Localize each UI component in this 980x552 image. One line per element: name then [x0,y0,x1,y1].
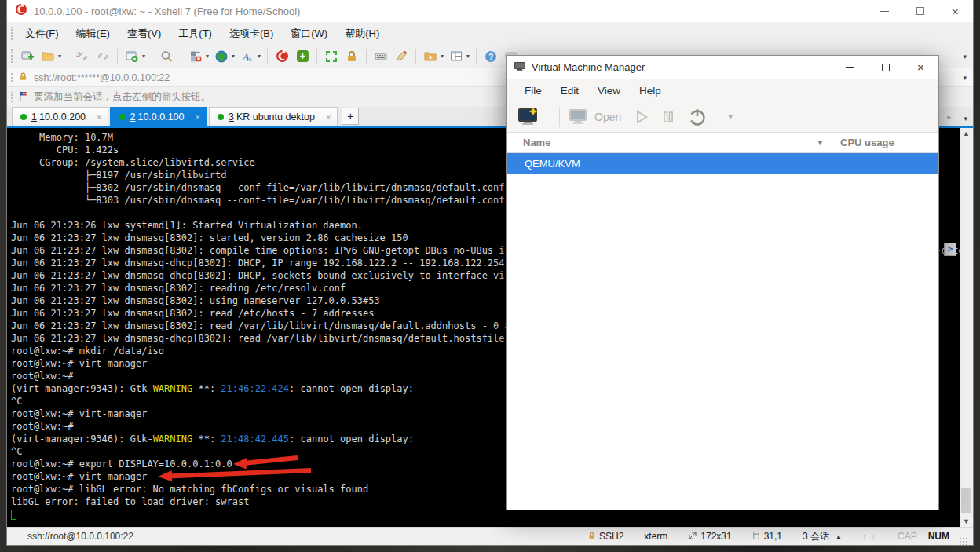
tab-number: 3 [229,111,234,122]
toolbar-separator [68,49,68,64]
shutdown-vm-icon [687,107,708,127]
scroll-bottom-icon[interactable]: ↓ [871,532,877,541]
toolbar-separator [476,49,477,64]
find-icon[interactable] [157,48,176,65]
window-title: 10.0.0.100 - root@lxw: ~ - Xshell 7 (Fre… [34,5,867,17]
encoding-globe-icon[interactable] [212,48,231,65]
xshell-app-icon[interactable] [272,48,291,65]
layout-icon[interactable] [447,48,466,65]
menu-tools[interactable]: 工具(T) [171,24,219,44]
vm-list-header: Name ▼ CPU usage [507,133,938,153]
session-properties-icon[interactable] [122,48,141,65]
lock-icon[interactable] [342,48,361,65]
resize-grip[interactable] [959,537,967,545]
new-folder-icon[interactable] [421,48,440,65]
fullscreen-icon[interactable] [322,48,341,65]
menu-view[interactable]: 查看(V) [120,24,168,44]
disconnect-icon[interactable] [73,48,92,65]
flag-icon[interactable] [18,90,28,104]
sessions-dropdown-icon[interactable]: ▲ [836,533,842,540]
scroll-down-icon[interactable]: ▼ [963,517,970,525]
toolbar-separator [181,49,181,64]
menu-help[interactable]: 帮助(H) [338,24,386,44]
help-icon[interactable]: ? [481,48,500,65]
vmm-close-button[interactable]: × [903,56,938,79]
toolbar-separator [152,49,152,64]
tab-session-1[interactable]: 110.0.0.200 × [12,107,108,126]
scrollbar-thumb[interactable] [961,488,971,513]
vmm-menu-view[interactable]: View [588,82,630,100]
scroll-top-icon[interactable]: ↑ [862,532,868,541]
tab-session-3[interactable]: 3KR ubuntu dektop × [209,107,338,126]
new-tab-button[interactable]: + [342,108,359,125]
create-vm-button[interactable] [517,107,540,127]
vm-connection-row-qemu-kvm[interactable]: QEMU/KVM [507,153,938,174]
tabbar-overflow-chevron-icon[interactable]: ▾ [964,115,967,122]
menu-tabs[interactable]: 选项卡(B) [222,24,280,44]
tab-session-2-active[interactable]: 210.0.0.100 × [110,107,207,126]
vmm-app-icon [514,60,526,75]
vmm-minimize-button[interactable] [832,56,868,79]
status-connection: ssh://root@10.0.0.100:22 [27,531,567,542]
status-terminal-size: 172x31 [688,531,731,543]
tab-label: 10.0.0.100 [137,111,184,122]
shutdown-dropdown-icon[interactable]: ▼ [726,112,734,121]
session-hint-text: 要添加当前会话，点击左侧的箭头按钮。 [34,90,210,104]
reconnect-icon[interactable] [93,48,112,65]
open-folder-icon[interactable] [38,48,57,65]
chevron-down-icon[interactable]: ▾ [466,53,470,60]
column-header-name[interactable]: Name ▼ [507,133,832,152]
vmm-maximize-button[interactable] [868,56,903,79]
status-scroll-buttons[interactable]: ↑↓ [862,532,877,541]
menu-file[interactable]: 文件(F) [18,24,66,44]
status-bar: ssh://root@10.0.0.100:22 SSH2 xterm 172x… [7,527,973,545]
close-button[interactable]: × [938,0,973,22]
chevron-down-icon[interactable]: ▾ [58,53,61,60]
address-text[interactable]: ssh://root:******@10.0.0.100:22 [34,72,170,83]
addressbar-grip[interactable] [11,73,13,82]
chevron-down-icon[interactable]: ▾ [258,53,261,60]
scroll-up-icon[interactable]: ▲ [963,130,970,137]
vmm-window: Virtual Machine Manager × File Edit View… [506,55,939,510]
vmm-menu-file[interactable]: File [515,82,551,100]
minimize-button[interactable] [867,0,902,22]
addressbar-overflow-chevron-icon[interactable]: ▾ [963,74,967,82]
chevron-down-icon[interactable]: ▾ [206,53,209,60]
tab-close-icon[interactable]: × [326,112,331,122]
color-scheme-icon[interactable] [186,48,205,65]
vmm-toolbar: Open ▼ [507,101,938,133]
infobar-grip[interactable] [11,92,13,102]
tab-close-icon[interactable]: × [97,112,101,122]
tab-scroll-right-icon[interactable]: ▸ [947,113,951,121]
status-protocol: SSH2 [587,531,623,543]
column-header-cpu-usage[interactable]: CPU usage [832,137,938,148]
vmm-toolbar-separator [559,107,560,127]
toolbar-separator [267,49,268,64]
tab-close-icon[interactable]: × [196,112,200,122]
toolbar-overflow-chevron-icon[interactable]: ▾ [963,53,967,60]
tab-label: KR ubuntu dektop [236,111,315,122]
font-icon[interactable]: AA [238,48,257,65]
new-session-icon[interactable] [18,48,37,65]
vmm-menu-edit[interactable]: Edit [551,82,588,100]
toolbar-grip[interactable] [11,49,13,63]
panel-expand-button[interactable]: > [944,243,956,256]
vm-list-empty-area [507,174,938,510]
menu-edit[interactable]: 编辑(E) [69,24,117,44]
vmm-menu-help[interactable]: Help [630,82,671,100]
chevron-down-icon[interactable]: ▾ [441,53,444,60]
terminal-scrollbar[interactable]: ▲ ▼ [960,128,973,527]
xftp-app-icon[interactable] [293,48,312,65]
vmm-titlebar: Virtual Machine Manager × [507,56,938,79]
status-session-count[interactable]: 3 会话 ▲ [803,530,842,543]
virtual-keyboard-icon[interactable] [371,48,390,65]
compose-pen-icon[interactable] [392,48,411,65]
session-status-dot [218,114,224,120]
xshell-logo-icon [15,3,27,19]
chevron-down-icon[interactable]: ▾ [232,53,235,60]
chevron-down-icon[interactable]: ▾ [142,53,145,60]
cursor-position-icon [752,531,761,543]
maximize-button[interactable] [902,0,938,22]
menubar-grip[interactable] [11,27,13,40]
menu-window[interactable]: 窗口(W) [283,24,335,44]
